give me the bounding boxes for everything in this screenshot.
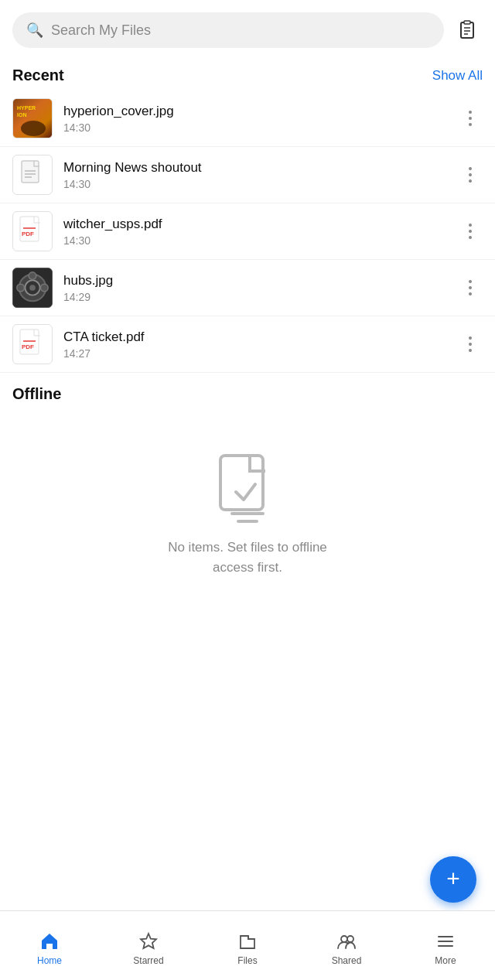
svg-rect-23 <box>20 330 39 354</box>
svg-rect-1 <box>464 21 470 24</box>
list-item: hubs.jpg 14:29 <box>0 260 495 316</box>
offline-empty-state: No items. Set files to offlineaccess fir… <box>0 409 495 608</box>
file-menu-button[interactable] <box>458 272 483 303</box>
file-thumbnail: HYPERION HYPER ION <box>12 98 53 138</box>
nav-label-starred: Starred <box>133 955 163 966</box>
nav-item-shared[interactable]: Shared <box>297 925 396 966</box>
file-name: hyperion_cover.jpg <box>63 104 447 119</box>
file-menu-button[interactable] <box>458 216 483 247</box>
file-name: hubs.jpg <box>63 273 447 289</box>
offline-file-icon <box>213 452 282 529</box>
three-dots-icon <box>469 336 472 352</box>
svg-text:ION: ION <box>17 112 26 118</box>
nav-label-home: Home <box>37 955 62 966</box>
offline-title: Offline <box>12 385 61 402</box>
three-dots-icon <box>469 167 472 183</box>
search-icon: 🔍 <box>26 22 43 39</box>
search-bar-container: 🔍 Search My Files <box>0 0 495 54</box>
clipboard-icon <box>457 19 477 41</box>
three-dots-icon <box>469 111 472 126</box>
svg-text:PDF: PDF <box>22 343 34 350</box>
search-placeholder: Search My Files <box>51 22 151 39</box>
search-bar[interactable]: 🔍 Search My Files <box>12 12 444 48</box>
recent-section-header: Recent Show All <box>0 54 495 90</box>
file-info: CTA ticket.pdf 14:27 <box>63 330 447 360</box>
file-thumbnail: PDF <box>12 324 53 364</box>
file-time: 14:30 <box>63 121 447 134</box>
offline-section: Offline <box>0 373 495 409</box>
shared-icon <box>336 931 357 951</box>
list-item: PDF CTA ticket.pdf 14:27 <box>0 316 495 373</box>
show-all-button[interactable]: Show All <box>432 68 483 84</box>
file-time: 14:27 <box>63 347 447 360</box>
file-menu-button[interactable] <box>458 159 483 190</box>
file-thumbnail <box>12 155 53 195</box>
svg-point-31 <box>347 936 353 942</box>
list-item: HYPERION HYPER ION hyperion_cover.jpg <box>0 90 495 147</box>
star-icon <box>138 931 159 951</box>
file-info: witcher_usps.pdf 14:30 <box>63 217 447 247</box>
three-dots-icon <box>469 280 472 295</box>
hyperion-image: HYPER ION <box>13 99 53 138</box>
nav-label-shared: Shared <box>332 955 362 966</box>
svg-marker-29 <box>141 934 156 948</box>
file-time: 14:29 <box>63 291 447 303</box>
svg-point-19 <box>29 285 36 291</box>
clipboard-button[interactable] <box>452 15 483 46</box>
nav-item-home[interactable]: Home <box>0 925 99 966</box>
file-menu-button[interactable] <box>458 329 483 360</box>
file-info: hubs.jpg 14:29 <box>63 273 447 303</box>
file-name: witcher_usps.pdf <box>63 217 447 232</box>
file-menu-button[interactable] <box>458 103 483 134</box>
file-info: hyperion_cover.jpg 14:30 <box>63 104 447 134</box>
svg-rect-13 <box>20 217 39 241</box>
list-item: PDF witcher_usps.pdf 14:30 <box>0 203 495 260</box>
more-icon <box>435 931 456 951</box>
nav-item-files[interactable]: Files <box>198 925 297 966</box>
svg-point-22 <box>29 272 36 280</box>
file-name: Morning News shoutout <box>63 160 447 176</box>
nav-item-more[interactable]: More <box>396 925 495 966</box>
file-name: CTA ticket.pdf <box>63 330 447 345</box>
plus-icon: + <box>446 867 460 890</box>
svg-text:HYPER: HYPER <box>17 105 36 111</box>
files-icon <box>237 931 258 951</box>
home-icon <box>39 931 60 951</box>
file-thumbnail: PDF <box>12 211 53 251</box>
svg-point-6 <box>21 121 46 136</box>
file-thumbnail <box>12 268 53 308</box>
svg-point-20 <box>17 284 25 292</box>
file-time: 14:30 <box>63 178 447 190</box>
offline-empty-text: No items. Set files to offlineaccess fir… <box>168 538 327 577</box>
nav-label-files: Files <box>237 955 257 966</box>
list-item: Morning News shoutout 14:30 <box>0 147 495 203</box>
svg-rect-26 <box>220 456 263 510</box>
nav-item-starred[interactable]: Starred <box>99 925 198 966</box>
svg-rect-0 <box>461 22 473 38</box>
svg-point-21 <box>41 284 49 292</box>
svg-point-30 <box>341 936 347 942</box>
svg-text:PDF: PDF <box>22 230 34 237</box>
hubs-image <box>13 268 52 308</box>
pdf-icon: PDF <box>19 216 46 247</box>
pdf-icon: PDF <box>19 329 46 360</box>
add-button[interactable]: + <box>430 856 476 903</box>
recent-title: Recent <box>12 67 64 84</box>
nav-label-more: More <box>435 955 456 966</box>
three-dots-icon <box>469 224 472 239</box>
doc-icon <box>20 160 45 190</box>
file-info: Morning News shoutout 14:30 <box>63 160 447 190</box>
offline-icon-container <box>213 456 282 525</box>
bottom-navigation: Home Starred Files Shared More <box>0 910 495 980</box>
recent-file-list: HYPERION HYPER ION hyperion_cover.jpg <box>0 90 495 373</box>
svg-rect-9 <box>22 161 39 183</box>
file-time: 14:30 <box>63 234 447 247</box>
